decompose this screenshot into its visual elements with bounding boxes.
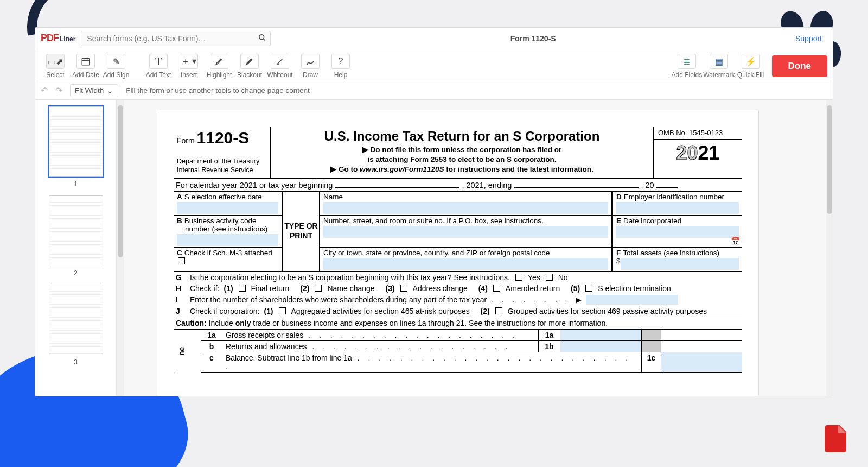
- tool-add-sign[interactable]: ✎ Add Sign: [101, 54, 131, 79]
- tool-watermark[interactable]: ▤ Watermark: [703, 54, 735, 79]
- search-icon[interactable]: [258, 34, 266, 43]
- zoom-label: Fit Width: [75, 86, 104, 94]
- col-num: 1b: [538, 341, 560, 352]
- tool-label: Add Sign: [103, 71, 130, 79]
- scrollbar-handle[interactable]: [827, 105, 832, 214]
- field-I[interactable]: [586, 295, 678, 305]
- type-or-print: TYPE OR PRINT: [282, 192, 320, 271]
- document-viewport[interactable]: Form 1120-S Department of the Treasury I…: [124, 100, 826, 396]
- undo-button[interactable]: ↶: [41, 85, 48, 96]
- scrollbar-handle[interactable]: [118, 105, 123, 257]
- line-I: IEnter the number of shareholders who we…: [174, 294, 742, 306]
- checkbox-G-yes[interactable]: [515, 274, 522, 281]
- search-input-wrap: [81, 31, 271, 46]
- checkbox-J1[interactable]: [279, 307, 286, 314]
- doc-scrollbar[interactable]: [826, 100, 833, 396]
- form-title: U.S. Income Tax Return for an S Corporat…: [275, 129, 649, 144]
- tool-add-date[interactable]: Add Date: [71, 54, 100, 79]
- checkbox-H2[interactable]: [315, 285, 322, 292]
- col-num: 1a: [538, 330, 560, 341]
- row-num: 1a: [201, 330, 222, 341]
- row-text: Gross receipts or sales. . . . . . . . .…: [222, 330, 538, 341]
- field-B[interactable]: [177, 234, 278, 246]
- tool-highlight[interactable]: Highlight: [205, 54, 234, 79]
- checkbox-H4[interactable]: [493, 285, 500, 292]
- tool-add-text[interactable]: T Add Text: [144, 54, 173, 79]
- field-1c[interactable]: [661, 352, 742, 373]
- tool-add-fields[interactable]: ≣ Add Fields: [672, 54, 703, 79]
- label-C: Check if Sch. M-3 attached: [184, 249, 272, 257]
- thumb-scrollbar[interactable]: [117, 100, 124, 396]
- topbar: PDF Liner Form 1120-S Support: [35, 28, 833, 49]
- text-H: Check if:: [190, 284, 219, 293]
- income-table: ne 1a Gross receipts or sales. . . . . .…: [174, 330, 742, 373]
- caution-text: trade or business income and expenses on…: [251, 319, 608, 327]
- tool-label: Whiteout: [267, 71, 292, 79]
- form-header: Form 1120-S Department of the Treasury I…: [174, 127, 742, 179]
- empty-cell: [661, 330, 742, 341]
- tool-blackout[interactable]: Blackout: [235, 54, 264, 79]
- tool-quick-fill[interactable]: ⚡ Quick Fill: [736, 54, 765, 79]
- leader-dots: . . . . . . . .: [491, 295, 571, 304]
- row-num: b: [201, 341, 222, 352]
- field-1b[interactable]: [560, 341, 641, 352]
- hnum: (3): [385, 284, 394, 293]
- entity-info-grid: AS election effective date TYPE OR PRINT…: [174, 192, 742, 272]
- field-name[interactable]: [323, 202, 608, 214]
- tool-whiteout[interactable]: Whiteout: [265, 54, 295, 79]
- field-tax-year-end[interactable]: [514, 187, 639, 188]
- J1-label: Aggregated activities for section 465 at…: [291, 307, 470, 315]
- label-A: S election effective date: [184, 193, 262, 201]
- row-text: Balance. Subtract line 1b from line 1a. …: [222, 352, 641, 373]
- redo-button[interactable]: ↷: [55, 85, 62, 96]
- checkbox-H5[interactable]: [585, 285, 592, 292]
- search-input[interactable]: [81, 31, 271, 46]
- field-A[interactable]: [177, 202, 278, 214]
- field-addr2[interactable]: [323, 258, 608, 270]
- field-addr1[interactable]: [323, 226, 608, 238]
- field-tax-year-end-yy[interactable]: [656, 187, 678, 188]
- col-num: 1c: [641, 352, 661, 373]
- sign-icon: ✎: [107, 54, 125, 69]
- zoom-select[interactable]: Fit Width ⌄: [70, 84, 118, 97]
- calendar-icon: [76, 54, 95, 69]
- cal-text: For calendar year 2021 or tax year begin…: [176, 181, 333, 190]
- tool-label: Blackout: [237, 71, 262, 79]
- tool-label: Quick Fill: [737, 71, 764, 79]
- tool-draw[interactable]: Draw: [296, 54, 325, 79]
- field-1a[interactable]: [560, 330, 641, 341]
- done-button[interactable]: Done: [772, 55, 828, 77]
- toolbar: ▭⬈ Select Add Date ✎ Add Sign T Add Text…: [35, 49, 833, 81]
- note-line: Do not file this form unless the corpora…: [371, 146, 562, 154]
- calendar-icon[interactable]: 📅: [731, 237, 740, 245]
- tax-year: 2021: [654, 140, 742, 165]
- checkbox-G-no[interactable]: [546, 274, 553, 281]
- label-addr2: City or town, state or province, country…: [323, 249, 608, 257]
- triangle-icon: [362, 146, 371, 154]
- app-logo[interactable]: PDF Liner: [41, 33, 75, 44]
- jnum: (2): [481, 307, 490, 315]
- field-F[interactable]: [621, 258, 739, 270]
- tool-select[interactable]: ▭⬈ Select: [41, 54, 70, 79]
- checkbox-C[interactable]: [178, 257, 185, 264]
- tool-insert[interactable]: ＋ ▾ Insert: [174, 54, 203, 79]
- support-link[interactable]: Support: [795, 34, 822, 43]
- checkbox-J2[interactable]: [495, 307, 502, 314]
- J2-label: Grouped activities for section 469 passi…: [508, 307, 707, 315]
- dept-line: Internal Revenue Service: [177, 166, 267, 174]
- watermark-icon: ▤: [710, 54, 728, 69]
- tool-help[interactable]: ? Help: [326, 54, 355, 79]
- field-tax-year-begin[interactable]: [335, 187, 459, 188]
- tool-label: Add Date: [72, 71, 99, 79]
- label-addr1: Number, street, and room or suite no. If…: [323, 217, 608, 225]
- page-thumb-3[interactable]: [49, 285, 103, 355]
- caution-only: only: [235, 319, 251, 327]
- page-thumb-2[interactable]: [49, 195, 103, 266]
- page-thumb-1[interactable]: [49, 106, 103, 177]
- field-E[interactable]: [616, 226, 739, 238]
- text-I: Enter the number of shareholders who wer…: [190, 295, 487, 304]
- field-D[interactable]: [616, 202, 739, 214]
- label-B2: number (see instructions): [185, 225, 267, 233]
- checkbox-H3[interactable]: [400, 285, 407, 292]
- checkbox-H1[interactable]: [239, 285, 246, 292]
